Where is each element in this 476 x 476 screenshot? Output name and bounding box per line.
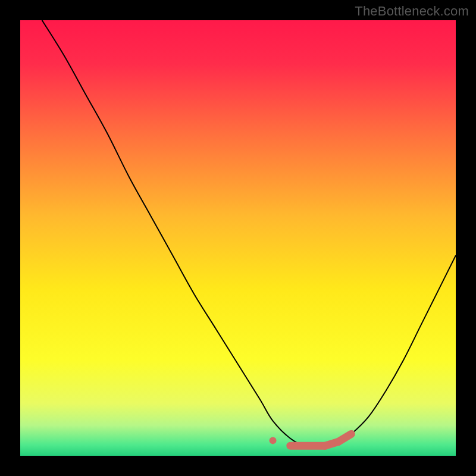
- chart-svg: [20, 20, 456, 456]
- chart-background: [20, 20, 456, 456]
- bottleneck-chart: [20, 20, 456, 456]
- marker-dot: [270, 437, 277, 444]
- watermark-text: TheBottleneck.com: [355, 4, 469, 19]
